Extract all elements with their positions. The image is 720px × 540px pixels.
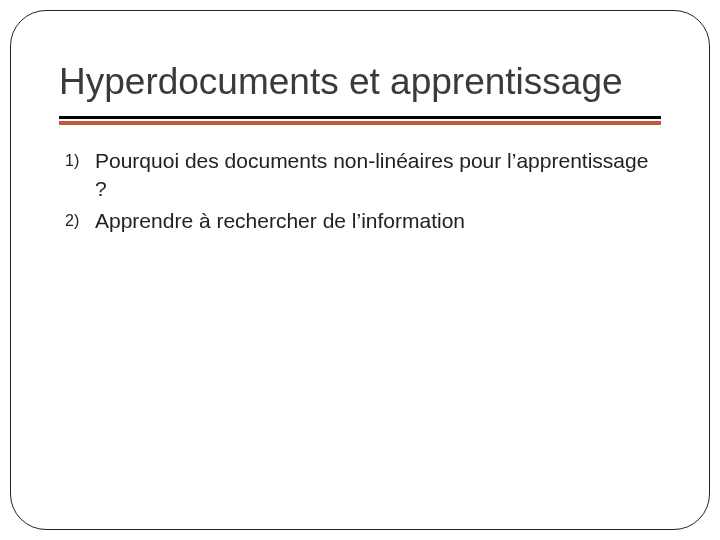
list-item: 1) Pourquoi des documents non-linéaires … <box>63 147 661 204</box>
rule-accent <box>59 121 661 125</box>
slide-title: Hyperdocuments et apprentissage <box>59 61 661 104</box>
numbered-list: 1) Pourquoi des documents non-linéaires … <box>59 147 661 236</box>
list-text: Pourquoi des documents non-linéaires pou… <box>95 147 661 204</box>
list-text: Apprendre à rechercher de l’information <box>95 207 661 235</box>
title-underline <box>59 116 661 125</box>
list-item: 2) Apprendre à rechercher de l’informati… <box>63 207 661 235</box>
list-marker: 2) <box>63 207 95 234</box>
list-marker: 1) <box>63 147 95 174</box>
slide-frame: Hyperdocuments et apprentissage 1) Pourq… <box>10 10 710 530</box>
rule-dark <box>59 116 661 119</box>
